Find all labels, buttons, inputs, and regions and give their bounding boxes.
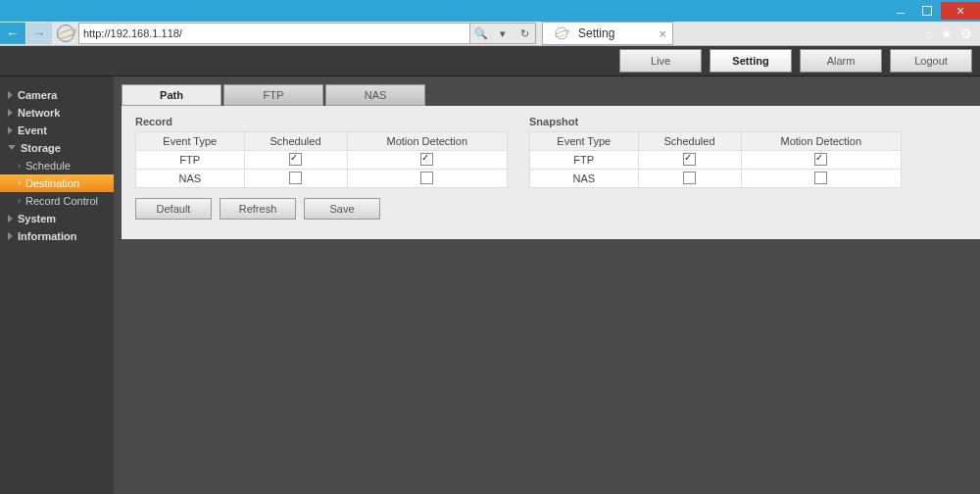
default-button[interactable]: Default <box>135 198 212 220</box>
browser-toolbar: ← → 🔍 ▾ ↻ Setting × ⌂ ★ ⚙ <box>0 22 980 46</box>
tab-live[interactable]: Live <box>619 49 702 73</box>
toolbar-icons: ⌂ ★ ⚙ <box>925 26 980 41</box>
sidebar-item-destination[interactable]: ›Destination <box>0 174 114 192</box>
snapshot-section: Snapshot Event Type Scheduled Motion Det… <box>529 116 902 188</box>
save-button[interactable]: Save <box>304 198 380 220</box>
chevron-right-icon <box>8 91 13 99</box>
address-bar[interactable] <box>78 23 470 44</box>
checkbox-snapshot-ftp-scheduled[interactable] <box>683 153 696 166</box>
window-minimize-button[interactable] <box>888 2 913 20</box>
tab-title: Setting <box>578 26 614 40</box>
th-motion: Motion Detection <box>347 132 507 151</box>
sidebar-item-storage[interactable]: Storage <box>0 139 114 157</box>
chevron-right-icon: › <box>18 178 21 188</box>
panel-tab-path[interactable]: Path <box>122 84 221 106</box>
browser-tab-setting[interactable]: Setting × <box>542 22 673 45</box>
checkbox-record-ftp-motion[interactable] <box>420 153 433 166</box>
sidebar-label: Destination <box>25 177 79 189</box>
panel-tabs: Path FTP NAS <box>122 84 980 106</box>
window-close-button[interactable] <box>941 2 980 20</box>
window-maximize-button[interactable] <box>914 2 940 20</box>
favorites-icon[interactable]: ★ <box>941 26 953 41</box>
refresh-icon[interactable]: ↻ <box>514 27 535 40</box>
window-titlebar <box>0 0 980 22</box>
th-motion: Motion Detection <box>741 132 901 151</box>
dropdown-icon[interactable]: ▾ <box>492 27 514 40</box>
table-header-row: Event Type Scheduled Motion Detection <box>136 132 508 151</box>
sidebar-label: Schedule <box>25 160 71 172</box>
chevron-right-icon <box>8 126 13 134</box>
row-label: FTP <box>530 151 639 170</box>
ie-icon <box>57 25 74 42</box>
record-section: Record Event Type Scheduled Motion Detec… <box>135 116 508 188</box>
checkbox-record-nas-scheduled[interactable] <box>289 172 302 184</box>
refresh-button[interactable]: Refresh <box>220 198 296 220</box>
chevron-right-icon <box>8 232 13 240</box>
settings-icon[interactable]: ⚙ <box>960 26 972 41</box>
panel-buttons: Default Refresh Save <box>135 198 966 220</box>
checkbox-snapshot-nas-motion[interactable] <box>814 172 827 184</box>
sidebar-item-network[interactable]: Network <box>0 104 114 122</box>
tab-setting[interactable]: Setting <box>710 49 792 73</box>
table-row: FTP <box>530 151 902 170</box>
home-icon[interactable]: ⌂ <box>925 26 933 41</box>
chevron-right-icon <box>8 109 13 117</box>
th-event-type: Event Type <box>136 132 245 151</box>
tab-ie-icon <box>556 27 568 40</box>
sidebar-item-event[interactable]: Event <box>0 122 114 139</box>
panel-tab-nas[interactable]: NAS <box>325 84 425 106</box>
destination-panel: Record Event Type Scheduled Motion Detec… <box>122 106 980 239</box>
sidebar-label: System <box>18 213 56 224</box>
forward-button[interactable]: → <box>26 23 52 44</box>
search-icon[interactable]: 🔍 <box>470 27 492 40</box>
sidebar-item-schedule[interactable]: ›Schedule <box>0 157 114 174</box>
th-event-type: Event Type <box>530 132 639 151</box>
record-title: Record <box>135 116 508 127</box>
checkbox-record-nas-motion[interactable] <box>420 172 433 184</box>
row-label: NAS <box>530 170 639 188</box>
row-label: NAS <box>136 170 245 188</box>
sidebar-item-information[interactable]: Information <box>0 227 114 245</box>
sidebar-label: Event <box>18 124 47 136</box>
sidebar-label: Network <box>18 107 60 119</box>
panel-tab-ftp[interactable]: FTP <box>223 84 323 106</box>
sidebar-item-system[interactable]: System <box>0 210 114 227</box>
sidebar-label: Record Control <box>25 195 98 207</box>
tab-logout[interactable]: Logout <box>890 49 972 73</box>
chevron-right-icon <box>8 215 13 222</box>
checkbox-snapshot-ftp-motion[interactable] <box>814 153 827 166</box>
record-table: Event Type Scheduled Motion Detection FT… <box>135 131 508 188</box>
main-area: Camera Network Event Storage ›Schedule ›… <box>0 76 980 494</box>
table-row: FTP <box>136 151 508 170</box>
sidebar-label: Information <box>18 230 77 242</box>
checkbox-record-ftp-scheduled[interactable] <box>289 153 302 166</box>
tab-alarm[interactable]: Alarm <box>800 49 882 73</box>
sidebar-label: Storage <box>21 142 61 154</box>
sidebar-item-record-control[interactable]: ›Record Control <box>0 192 114 210</box>
table-header-row: Event Type Scheduled Motion Detection <box>530 132 902 151</box>
content-area: Path FTP NAS Record Event Type Scheduled… <box>114 76 980 494</box>
chevron-right-icon: › <box>18 196 21 206</box>
th-scheduled: Scheduled <box>244 132 347 151</box>
snapshot-table: Event Type Scheduled Motion Detection FT… <box>529 131 902 188</box>
back-button[interactable]: ← <box>0 23 25 44</box>
chevron-down-icon <box>8 145 16 154</box>
checkbox-snapshot-nas-scheduled[interactable] <box>683 172 696 184</box>
sidebar-label: Camera <box>18 89 57 101</box>
tab-close-icon[interactable]: × <box>659 26 666 41</box>
sidebar-item-camera[interactable]: Camera <box>0 86 114 104</box>
snapshot-title: Snapshot <box>529 116 902 127</box>
table-row: NAS <box>136 170 508 188</box>
address-bar-controls: 🔍 ▾ ↻ <box>470 23 536 44</box>
chevron-right-icon: › <box>18 161 21 171</box>
app-tabbar: Live Setting Alarm Logout <box>0 46 980 76</box>
sidebar: Camera Network Event Storage ›Schedule ›… <box>0 76 114 494</box>
row-label: FTP <box>136 151 245 170</box>
th-scheduled: Scheduled <box>638 132 741 151</box>
table-row: NAS <box>530 170 902 188</box>
